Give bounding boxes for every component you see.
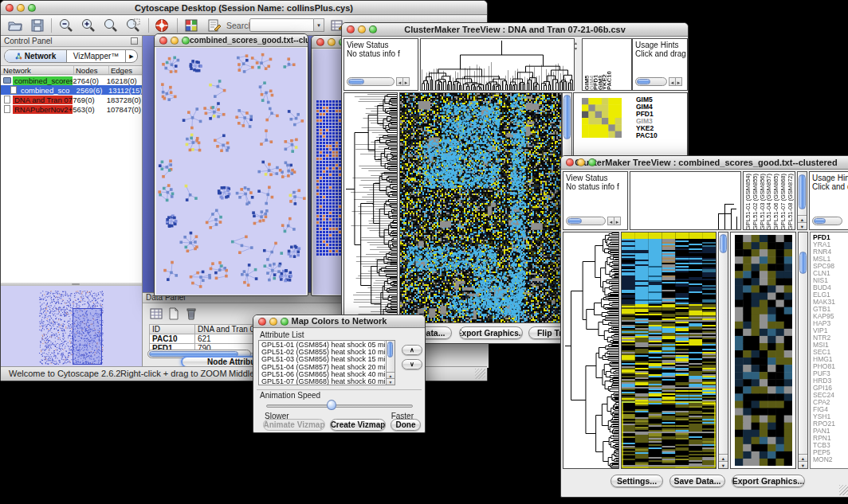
open-folder-icon[interactable]	[7, 18, 23, 33]
new-attribute-icon[interactable]	[167, 307, 181, 321]
tv2-column-label[interactable]: GPL51-01 (GSM854)	[745, 174, 752, 230]
tv1-usage-scroll-arrows[interactable]: ◂▸	[669, 77, 682, 86]
tv1-row-label[interactable]: YKE2	[636, 125, 658, 132]
tv1-usage-hscrollbar[interactable]	[635, 77, 667, 86]
gene-label[interactable]: HMG1	[813, 356, 848, 363]
minimize-icon[interactable]	[171, 37, 179, 45]
attribute-listbox[interactable]: GPL51-01 (GSM854) heat shock 05 minGPL51…	[258, 340, 395, 385]
scroll-thumb[interactable]	[387, 342, 393, 357]
tv1-heatmap[interactable]	[399, 92, 562, 323]
minimize-icon[interactable]	[577, 158, 585, 166]
attribute-list-vscrollbar[interactable]: ▴▾	[386, 341, 395, 385]
main-titlebar[interactable]: Cytoscape Desktop (Session Name: collins…	[1, 1, 487, 15]
gene-label[interactable]: NIS1	[813, 277, 848, 284]
data-col-id[interactable]: ID	[149, 324, 195, 334]
gene-label[interactable]: RPO21	[813, 420, 848, 428]
table-mode-icon[interactable]	[149, 307, 163, 321]
dialog-titlebar[interactable]: Map Colors to Network	[253, 315, 425, 328]
tv1-row-labels[interactable]: GIM5GIM4PFD1GIM3YKE2PAC10	[636, 96, 658, 139]
scroll-thumb[interactable]	[720, 234, 727, 253]
attribute-list-item[interactable]: GPL51-02 (GSM855) heat shock 10 min	[259, 349, 385, 356]
gene-label[interactable]: KAP95	[813, 313, 848, 320]
help-icon[interactable]	[154, 18, 170, 33]
tv1-row-label[interactable]: GIM4	[636, 104, 658, 111]
tv1-export-graphics-button[interactable]: Export Graphics...	[459, 326, 523, 339]
attribute-list-item[interactable]: GPL51-06 (GSM865) heat shock 40 min	[259, 371, 385, 378]
tv2-settings-button[interactable]: Settings...	[610, 475, 663, 487]
network-row[interactable]: combined_sco2569(6)13112(15)	[1, 85, 142, 95]
tv1-similarity-matrix[interactable]	[582, 98, 622, 138]
gene-label[interactable]: MON2	[813, 456, 848, 463]
tv2-row-dendrogram[interactable]	[563, 232, 619, 469]
network-canvas-1[interactable]	[156, 48, 306, 295]
col-edges[interactable]: Edges	[109, 66, 142, 74]
tv1-column-label[interactable]: GIM5	[584, 76, 589, 90]
scroll-thumb[interactable]	[563, 95, 571, 139]
scroll-thumb[interactable]	[567, 218, 582, 224]
gene-label[interactable]: MSI1	[813, 342, 848, 349]
gene-label[interactable]: ELG1	[813, 291, 848, 299]
close-icon[interactable]	[566, 158, 574, 166]
animate-vizmap-button[interactable]: Animate Vizmap	[263, 419, 325, 431]
scroll-thumb[interactable]	[814, 218, 826, 224]
close-icon[interactable]	[316, 38, 324, 46]
attribute-list-item[interactable]: GPL51-07 (GSM868) heat shock 60 min	[259, 378, 385, 385]
minimize-icon[interactable]	[269, 318, 277, 326]
attribute-list-item[interactable]: GPL51-04 (GSM857) heat shock 20 min	[259, 364, 385, 371]
scroll-thumb[interactable]	[799, 252, 807, 274]
tv2-usage-hscrollbar[interactable]	[812, 217, 842, 225]
gene-label[interactable]: CLN1	[813, 270, 848, 277]
gene-label[interactable]: BUD4	[813, 284, 848, 291]
tv2-column-label[interactable]: GPL51-08 (GSM872)	[787, 174, 795, 230]
gene-label[interactable]: SEC24	[813, 392, 848, 399]
gene-label[interactable]: MAK31	[813, 299, 848, 306]
gene-label[interactable]: HAP3	[813, 320, 848, 327]
gene-label[interactable]: HRD3	[813, 377, 848, 385]
tv1-titlebar[interactable]: ClusterMaker TreeView : DNA and Tran 07-…	[342, 23, 688, 37]
zoom-window-icon[interactable]	[369, 25, 377, 33]
tv2-column-label[interactable]: GPL51-07 (GSM868)	[780, 174, 787, 230]
gene-label[interactable]: PUF3	[813, 370, 848, 377]
network-row[interactable]: DNA and Tran 07769(0)183728(0)	[1, 95, 142, 104]
tab-vizmapper[interactable]: VizMapper™	[67, 50, 125, 62]
scroll-arrows[interactable]: ▴▾	[799, 454, 807, 468]
tv2-export-graphics-button[interactable]: Export Graphics...	[732, 475, 805, 487]
gene-label[interactable]: PEP5	[813, 449, 848, 456]
minimize-icon[interactable]	[328, 38, 336, 46]
gene-label[interactable]: RNR4	[813, 248, 848, 256]
col-network[interactable]: Network	[1, 66, 74, 74]
zoom-in-icon[interactable]	[80, 18, 96, 33]
minimize-icon[interactable]	[17, 4, 25, 12]
tv1-row-dendrogram[interactable]	[344, 92, 398, 323]
close-icon[interactable]	[258, 318, 266, 326]
gene-label[interactable]: GTB1	[813, 306, 848, 313]
network-row[interactable]: RNAPuberNov2+563(0)107847(0)	[1, 104, 142, 114]
annotation-icon[interactable]	[206, 18, 222, 33]
attribute-list-item[interactable]: GPL51-01 (GSM854) heat shock 05 min	[259, 342, 385, 349]
gene-label[interactable]: FIG4	[813, 406, 848, 413]
gene-label[interactable]: SEC1	[813, 349, 848, 356]
tv1-status-hscrollbar[interactable]	[347, 77, 395, 86]
tab-overflow-arrow[interactable]: ▶	[125, 50, 137, 62]
scroll-arrows[interactable]: ▴▾	[798, 215, 807, 229]
minimize-icon[interactable]	[358, 25, 366, 33]
resize-grip[interactable]	[475, 369, 485, 379]
tv2-collabel-vscrollbar[interactable]: ▴▾	[797, 171, 807, 230]
tv2-column-label[interactable]: GPL51-06 (GSM865)	[773, 174, 780, 230]
zoom-window-icon[interactable]	[281, 318, 289, 326]
tv2-status-scroll-arrows[interactable]: ◂▸	[608, 217, 621, 225]
float-panel-icon[interactable]	[131, 37, 138, 45]
save-icon[interactable]	[29, 18, 45, 33]
delete-attribute-icon[interactable]	[184, 307, 198, 321]
gene-label[interactable]: VIP1	[813, 327, 848, 334]
attribute-list-item[interactable]: GPL51-03 (GSM856) heat shock 15 min	[259, 356, 385, 363]
done-button[interactable]: Done	[391, 419, 421, 431]
scroll-arrows[interactable]: ▴▾	[719, 454, 728, 468]
speed-slider-track[interactable]	[266, 404, 413, 408]
gene-label[interactable]: RPN1	[813, 435, 848, 442]
tv2-heatmap-vscrollbar[interactable]: ▴▾	[718, 232, 728, 469]
col-nodes[interactable]: Nodes	[74, 66, 109, 74]
vizmapper-icon[interactable]	[183, 18, 199, 33]
zoom-fit-icon[interactable]	[103, 18, 119, 33]
tv2-column-label[interactable]: GPL51-02 (GSM855)	[752, 174, 760, 230]
